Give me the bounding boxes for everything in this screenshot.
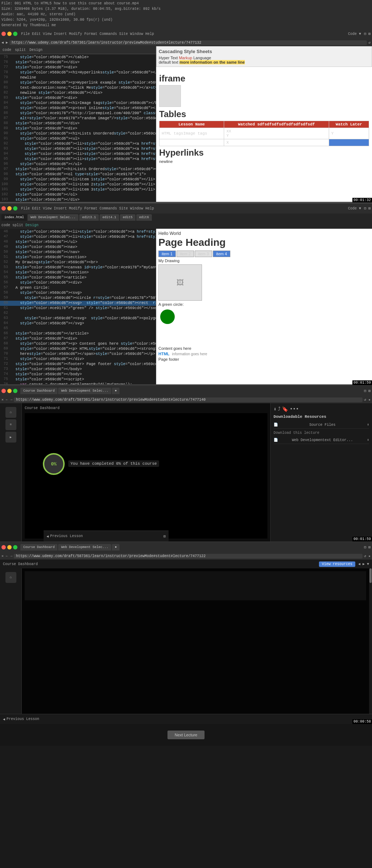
prev-lesson-bar-4: ◀ Previous Lesson [0, 714, 372, 724]
line-content: style="color:#569cd6"><div> [11, 65, 155, 69]
line-number: 57 [1, 285, 11, 289]
address-bar[interactable]: https://www.udemy.com/draft/587361/learn… [9, 40, 367, 45]
close-btn-2[interactable] [1, 206, 6, 211]
code-line: 69 style="color:#569cd6"><p> HTMLstyle="… [0, 347, 156, 352]
next-lecture-button[interactable]: Next Lecture [167, 731, 205, 739]
sidebar-icon-home-4[interactable]: ⌂ [5, 572, 16, 583]
resource-download-2[interactable]: ⬇ [367, 438, 369, 442]
line-number: 98 [1, 172, 11, 176]
back-btn-3[interactable]: ✕ ← → [1, 397, 12, 402]
tab-course-dash-4[interactable]: Course Dashboard [20, 544, 57, 551]
address-bar-3[interactable]: https://www.udemy.com/draft/587361/learn… [14, 397, 363, 402]
code-line: 48 style="color:#569cd6"></ul> [0, 240, 156, 245]
nav-icons-4: ◀ ▶ ▼ [358, 562, 369, 566]
more-icon[interactable]: ••• [290, 406, 299, 412]
code-line: 68 style="color:#569cd6"><p> Content goe… [0, 341, 156, 347]
tab-edit3[interactable]: edit3.1 [79, 214, 99, 221]
code-line: 72 style="color:#569cd6"><footer> Page f… [0, 362, 156, 367]
info-line5: Generated by Thumbnail me [1, 23, 371, 28]
window-code-label-2: Code ▼ [348, 207, 361, 211]
code-line: 66 style="color:#569cd6"></article> [0, 331, 156, 336]
close-btn-3[interactable] [1, 389, 6, 393]
tab-web-dev-sel-3[interactable]: Web Development Selec... [58, 388, 111, 394]
top-tab-bar-4: Course Dashboard View resources ◀ ▶ ▼ [0, 560, 372, 568]
close-btn-4[interactable] [1, 545, 6, 549]
view-resources-label[interactable]: View resources [319, 561, 355, 567]
back-btn[interactable]: ◀ ▶ [1, 40, 8, 45]
btn-split[interactable]: split [12, 223, 23, 227]
line-number: 61 [1, 306, 11, 310]
window-chrome-4: Course Dashboard Web Development Selec..… [0, 542, 372, 552]
tab-other-3[interactable]: ● [112, 388, 120, 394]
tool-code[interactable]: code [1, 48, 12, 52]
tab-other-4[interactable]: ● [112, 544, 120, 551]
code-line: 46 style="color:#569cd6"><li>style="colo… [0, 229, 156, 235]
bottom-section: Next Lecture [0, 724, 372, 746]
line-number: 58 [1, 291, 11, 295]
course-dash-4-label[interactable]: Course Dashboard [3, 562, 38, 566]
line-content: style="color:#569cd6"><ul> [11, 136, 155, 141]
code-line: 62 [0, 311, 156, 316]
table-header-name: Lesson Name [159, 121, 224, 128]
tab-edit4[interactable]: edit4.1 [100, 214, 119, 221]
max-btn-4[interactable] [13, 545, 17, 549]
css-lang: Language [193, 56, 211, 60]
close-btn[interactable] [1, 32, 6, 36]
chrome-tabs-4: Course Dashboard Web Development Selec..… [19, 543, 363, 551]
min-btn-3[interactable] [7, 389, 12, 393]
line-content: style="color:#569cd6"><h1>Lists Unordere… [11, 131, 156, 136]
max-btn-2[interactable] [13, 206, 17, 211]
tab-index-html[interactable]: index.html [1, 214, 27, 221]
tab-course-dash-3[interactable]: Course Dashboard [20, 388, 57, 394]
download-icon[interactable]: ⬇ [274, 406, 276, 412]
tool-split[interactable]: split [14, 48, 27, 52]
tab-edit6[interactable]: edit6 [136, 214, 152, 221]
max-btn[interactable] [13, 32, 17, 36]
line-number: 90 [1, 131, 11, 135]
back-btn-4[interactable]: ✕ ← → [1, 554, 12, 558]
line-content: style="color:#569cd6"></article> [11, 331, 155, 336]
share-icon[interactable]: ⤴ [278, 406, 280, 412]
tables-label: Tables [159, 109, 369, 119]
btn-code[interactable]: code [1, 223, 10, 227]
prev-lesson-label[interactable]: Previous Lesson [50, 534, 83, 538]
nav-tab-item2[interactable]: item 2 [177, 251, 194, 257]
sidebar-icon-home[interactable]: ⌂ [5, 407, 16, 418]
line-content: style="color:#569cd6"><li>style="color:#… [11, 157, 156, 161]
line-content: style="color:#569cd6"><h1>Lists Ordereds… [11, 167, 156, 171]
my-drawing: My Drawing [158, 259, 370, 263]
btn-design[interactable]: Design [25, 223, 39, 227]
nav-tab-item1[interactable]: item 1 [158, 251, 176, 257]
sidebar-icon-list[interactable]: ≡ [5, 419, 16, 430]
tab-web-dev-4[interactable]: Web Development Selec... [58, 544, 111, 551]
max-btn-3[interactable] [13, 389, 17, 393]
sidebar-icon-play[interactable]: ▶ [5, 432, 16, 443]
tab-edit5[interactable]: edit5 [120, 214, 136, 221]
refresh-btn[interactable]: ↺ [368, 40, 371, 45]
view-resources-btn[interactable]: View resources [319, 562, 355, 566]
code-line: 57 A green circle: [0, 285, 156, 291]
nav-tab-item3[interactable]: item 3 [195, 251, 212, 257]
table-cell-xx: XXY [224, 128, 329, 139]
line-content: style="color:#569cd6"></body> [11, 367, 155, 371]
css-highlight: more information on the same line [179, 60, 245, 64]
tab-web-dev[interactable]: Web Developmnt Selec... [28, 214, 78, 221]
min-btn-2[interactable] [7, 206, 12, 211]
expand-icon[interactable]: ⊞ [163, 534, 166, 539]
min-btn-4[interactable] [7, 545, 12, 549]
resource-label-2[interactable]: Web Developmentext Editor... [292, 438, 353, 442]
resource-download-1[interactable]: ⬇ [367, 423, 369, 427]
bookmark-icon[interactable]: 🔖 [282, 406, 288, 412]
resource-label-1[interactable]: Source Files [309, 423, 335, 427]
code-line: 58 style="color:#569cd6"><svg> [0, 291, 156, 296]
address-bar-4[interactable]: https://www.udemy.com/draft/587361/learn… [14, 554, 363, 559]
refresh-btn-3[interactable]: ↺ ★ [364, 397, 371, 402]
refresh-btn-4[interactable]: ↺ ★ [364, 554, 371, 558]
scroll-right-4[interactable] [369, 568, 372, 714]
prev-lesson-label-4[interactable]: Previous Lesson [7, 717, 39, 721]
min-btn[interactable] [7, 32, 12, 36]
resource-header: Downloadable Resources [274, 415, 369, 419]
tool-design[interactable]: Design [28, 48, 44, 52]
line-number: 85 [1, 106, 11, 110]
nav-tab-item4[interactable]: item 4 [213, 251, 230, 257]
